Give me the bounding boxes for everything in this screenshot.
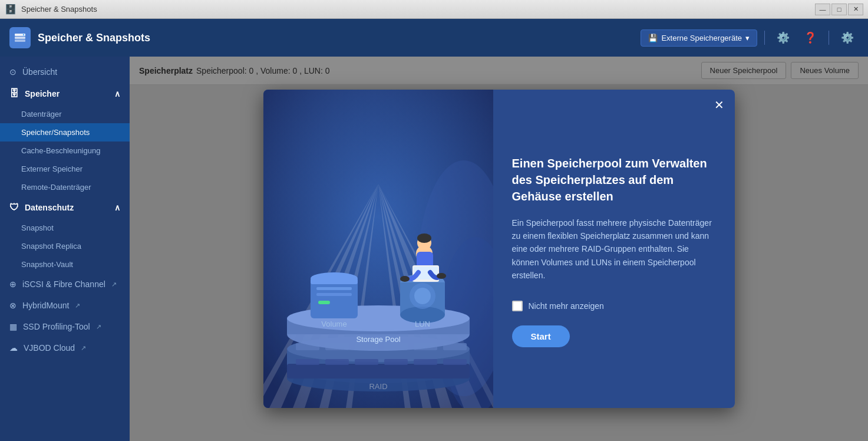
chevron-up-icon: ∧ xyxy=(114,89,120,98)
app-header: Speicher & Snapshots 💾 Externe Speicherg… xyxy=(0,19,868,57)
svg-rect-39 xyxy=(311,278,358,284)
hdd-icon: 💾 xyxy=(648,34,658,42)
sidebar-item-externer-speicher[interactable]: Externer Speicher xyxy=(0,160,130,178)
chevron-up-icon2: ∧ xyxy=(114,203,120,212)
svg-rect-42 xyxy=(318,301,330,304)
external-link-icon: ↗ xyxy=(111,281,117,288)
shield-icon: 🛡 xyxy=(9,202,19,213)
mount-icon: ⊗ xyxy=(9,301,16,310)
svg-rect-29 xyxy=(325,359,349,365)
modal-overlay: Volume LUN Storage Pool RAID ✕ Einen Spe… xyxy=(130,57,868,441)
svg-point-55 xyxy=(437,273,446,279)
svg-rect-31 xyxy=(384,359,408,365)
svg-rect-1 xyxy=(15,37,25,39)
maximize-button[interactable]: □ xyxy=(831,4,847,15)
help-button[interactable]: ❓ xyxy=(799,29,821,47)
storage-illustration-svg: Volume LUN Storage Pool RAID xyxy=(278,160,478,396)
sidebar-item-snapshot[interactable]: Snapshot xyxy=(0,219,130,237)
cloud-icon: ☁ xyxy=(9,343,18,353)
sidebar-item-datentrager[interactable]: Datenträger xyxy=(0,105,130,123)
checkbox-row: Nicht mehr anzeigen xyxy=(512,301,716,311)
svg-rect-40 xyxy=(316,287,352,290)
sidebar-item-remote-datentrager[interactable]: Remote-Datenträger xyxy=(0,178,130,196)
svg-rect-37 xyxy=(311,278,358,318)
settings-button[interactable]: ⚙️ xyxy=(772,29,794,47)
svg-point-47 xyxy=(414,288,431,304)
svg-point-54 xyxy=(400,276,410,282)
svg-rect-30 xyxy=(355,359,378,365)
sidebar-item-snapshot-vault[interactable]: Snapshot-Vault xyxy=(0,255,130,274)
sidebar-item-ubersicht[interactable]: ⊙ Übersicht xyxy=(0,61,130,83)
titlebar-icon: 🗄️ xyxy=(5,4,16,15)
minimize-button[interactable]: — xyxy=(815,4,830,15)
header-divider xyxy=(764,31,765,45)
dont-show-checkbox[interactable] xyxy=(512,301,523,311)
external-link-icon3: ↗ xyxy=(96,323,101,331)
main-layout: ⊙ Übersicht 🗄 Speicher ∧ Datenträger Spe… xyxy=(0,57,868,441)
external-link-icon4: ↗ xyxy=(81,344,86,352)
svg-text:Storage Pool: Storage Pool xyxy=(356,335,400,344)
overview-icon: ⊙ xyxy=(9,67,16,77)
modal-body-text: Ein Speicherpool fasst mehrere physische… xyxy=(512,216,716,282)
svg-rect-2 xyxy=(15,40,25,42)
sidebar-item-hybridmount[interactable]: ⊗ HybridMount ↗ xyxy=(0,295,130,316)
modal-close-button[interactable]: ✕ xyxy=(711,97,728,113)
close-button[interactable]: ✕ xyxy=(848,4,863,15)
svg-text:Volume: Volume xyxy=(321,320,346,328)
sidebar-item-vjbod[interactable]: ☁ VJBOD Cloud ↗ xyxy=(0,337,130,358)
storage-icon: 🗄 xyxy=(9,88,19,99)
sidebar-item-cache[interactable]: Cache-Beschleunigung xyxy=(0,141,130,160)
modal-heading: Einen Speicherpool zum Verwalten des Spe… xyxy=(512,155,716,205)
storage-pool-modal: Volume LUN Storage Pool RAID ✕ Einen Spe… xyxy=(263,90,735,408)
svg-point-3 xyxy=(23,34,24,35)
sidebar-item-snapshot-replica[interactable]: Snapshot Replica xyxy=(0,237,130,255)
app-icon xyxy=(9,27,31,48)
titlebar-controls: — □ ✕ xyxy=(815,4,863,15)
start-button[interactable]: Start xyxy=(512,325,570,347)
sidebar-category-speicher[interactable]: 🗄 Speicher ∧ xyxy=(0,83,130,105)
titlebar: 🗄️ Speicher & Snapshots — □ ✕ xyxy=(0,0,868,19)
svg-text:LUN: LUN xyxy=(414,320,430,328)
modal-illustration: Volume LUN Storage Pool RAID xyxy=(263,90,493,408)
header-divider2 xyxy=(829,31,829,45)
menu-button[interactable]: ⚙️ xyxy=(836,29,859,47)
app-header-right: 💾 Externe Speichergeräte ▾ ⚙️ ❓ ⚙️ xyxy=(641,29,859,47)
dont-show-label: Nicht mehr anzeigen xyxy=(529,301,604,311)
app-header-left: Speicher & Snapshots xyxy=(9,27,150,48)
svg-rect-33 xyxy=(443,359,467,365)
sidebar-category-datenschutz[interactable]: 🛡 Datenschutz ∧ xyxy=(0,196,130,219)
sidebar-item-ssd[interactable]: ▦ SSD Profiling-Tool ↗ xyxy=(0,316,130,337)
app-title: Speicher & Snapshots xyxy=(38,32,150,44)
external-storage-button[interactable]: 💾 Externe Speichergeräte ▾ xyxy=(641,29,757,47)
chevron-down-icon: ▾ xyxy=(745,34,750,42)
sidebar-item-iscsi[interactable]: ⊕ iSCSI & Fibre Channel ↗ xyxy=(0,274,130,295)
external-link-icon2: ↗ xyxy=(75,302,80,310)
svg-rect-27 xyxy=(287,364,470,379)
sidebar: ⊙ Übersicht 🗄 Speicher ∧ Datenträger Spe… xyxy=(0,57,130,441)
titlebar-left: 🗄️ Speicher & Snapshots xyxy=(5,4,97,15)
svg-text:RAID: RAID xyxy=(369,382,387,391)
content-area: Speicherplatz Speicherpool: 0 , Volume: … xyxy=(130,57,868,441)
sidebar-item-speicher-snapshots[interactable]: Speicher/Snapshots xyxy=(0,123,130,141)
svg-rect-32 xyxy=(414,359,437,365)
svg-rect-28 xyxy=(296,359,319,365)
iscsi-icon: ⊕ xyxy=(9,279,16,289)
svg-rect-41 xyxy=(316,293,352,296)
ssd-icon: ▦ xyxy=(9,322,17,331)
modal-content: ✕ Einen Speicherpool zum Verwalten des S… xyxy=(493,90,735,408)
svg-point-50 xyxy=(417,233,431,243)
app-container: Speicher & Snapshots 💾 Externe Speicherg… xyxy=(0,19,868,441)
titlebar-title: Speicher & Snapshots xyxy=(21,5,97,14)
